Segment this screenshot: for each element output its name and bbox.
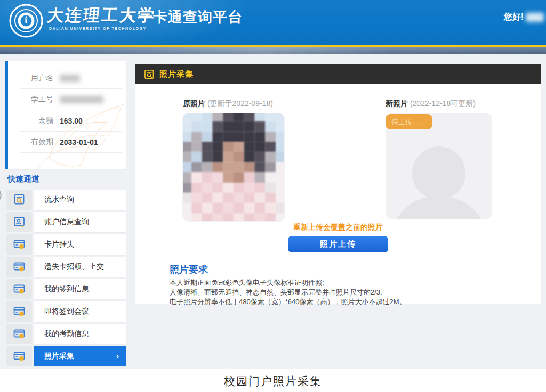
overwrite-warning-text: 重新上传会覆盖之前的照片 (183, 223, 493, 232)
panel-title: 照片采集 (159, 69, 194, 79)
greeting-text: 您好! (504, 12, 524, 23)
university-logo-icon: 1949 (9, 4, 43, 38)
photo-collection-panel-body: 原照片 (更新于2022-09-18) 新照片 (2022-12-18可更新) … (135, 84, 541, 304)
pending-upload-badge: 待上传...... (386, 114, 432, 129)
requirement-line: 本人近期正面免冠彩色头像电子头像标准证明件照; (170, 278, 324, 288)
icon-box (6, 279, 32, 299)
menu-label: 账户信息查询 (44, 217, 89, 227)
original-photo-note: (更新于2022-09-18) (207, 99, 273, 108)
bank-card-icon (13, 350, 26, 363)
user-name-blurred (526, 13, 544, 22)
original-photo-title: 原照片 (183, 99, 205, 108)
student-id-blurred-value (60, 96, 103, 103)
photo-upload-button[interactable]: 照片上传 (288, 236, 388, 252)
menu-label: 我的签到信息 (44, 284, 89, 294)
icon-box (6, 301, 32, 322)
sidebar-item-label-bar[interactable]: 卡片挂失 (34, 234, 126, 255)
new-photo-note: (2022-12-18可更新) (410, 99, 476, 108)
menu-label: 即将签到会议 (44, 307, 89, 316)
header-banner-strip (0, 47, 546, 54)
menu-label: 遗失卡招领、上交 (44, 262, 104, 272)
valid-until-value: 2033-01-01 (60, 138, 98, 146)
menu-label: 卡片挂失 (44, 240, 74, 249)
field-label: 余额 (20, 116, 53, 126)
sidebar-item-label-bar[interactable]: 我的考勤信息 (34, 324, 126, 344)
username-blurred-value (60, 75, 80, 82)
original-photo-label: 原照片 (更新于2022-09-18) (183, 99, 273, 109)
sidebar-item-label-bar[interactable]: 账户信息查询 (34, 212, 126, 232)
requirements-title: 照片要求 (170, 263, 208, 276)
sidebar-item-account-info[interactable]: ¥ 账户信息查询 (6, 212, 126, 232)
sidebar-item-attendance[interactable]: 我的考勤信息 (6, 324, 126, 344)
photo-search-icon (144, 69, 155, 80)
university-name-en: DALIAN UNIVERSITY OF TECHNOLOGY (49, 27, 147, 30)
sidebar-item-label-bar[interactable]: 遗失卡招领、上交 (34, 257, 126, 277)
bank-card-icon (13, 328, 26, 340)
user-field-row: 用户名 (20, 68, 122, 89)
icon-box (6, 324, 32, 344)
user-field-row: 余额 163.00 (20, 110, 122, 132)
sidebar-item-signin-info[interactable]: 我的签到信息 (6, 279, 126, 299)
icon-box (6, 234, 32, 255)
svg-text:¥: ¥ (21, 224, 24, 228)
field-label: 用户名 (20, 74, 53, 83)
doc-search-icon (13, 193, 26, 206)
sidebar-item-photo-collection[interactable]: 照片采集 › (6, 346, 126, 366)
svg-text:1949: 1949 (23, 25, 29, 28)
requirement-line: 人像清晰、面部无遮挡、神态自然、头部显示完整并占照片尺寸的2/3; (170, 288, 382, 297)
user-field-row: 有效期 2033-01-01 (20, 132, 122, 153)
sidebar-item-label-bar[interactable]: 即将签到会议 (34, 301, 126, 322)
menu-label: 我的考勤信息 (44, 329, 89, 339)
sidebar-item-transactions[interactable]: 流水查询 (6, 190, 126, 210)
account-card-icon: ¥ (13, 216, 26, 228)
original-photo-mosaic (183, 113, 284, 221)
bank-card-icon (13, 305, 26, 318)
menu-label: 照片采集 (44, 352, 74, 361)
balance-value: 163.00 (60, 117, 83, 125)
title-separator-dot: • (127, 9, 133, 26)
sidebar-item-label-bar-active[interactable]: 照片采集 › (34, 346, 126, 366)
page-background: 用户名 学工号 余额 163.00 有效期 2033-01-01 快速通道 ) (0, 54, 546, 369)
menu-label: 流水查询 (44, 195, 74, 205)
icon-box (6, 257, 32, 277)
icon-box (6, 190, 32, 210)
new-photo-title: 新照片 (386, 99, 408, 108)
bank-card-icon (13, 260, 26, 273)
new-photo-label: 新照片 (2022-12-18可更新) (386, 99, 476, 109)
sidebar-item-card-loss[interactable]: 卡片挂失 (6, 234, 126, 255)
icon-box: ¥ (6, 212, 32, 232)
sidebar-item-upcoming-meetings[interactable]: 即将签到会议 (6, 301, 126, 322)
user-info-panel: 用户名 学工号 余额 163.00 有效期 2033-01-01 (5, 61, 126, 169)
sidebar-item-label-bar[interactable]: 我的签到信息 (34, 279, 126, 299)
photo-collection-panel-header: 照片采集 (135, 64, 541, 84)
sidebar-collapse-handle[interactable]: ) (0, 189, 2, 201)
original-photo (183, 113, 284, 221)
sidebar-item-label-bar[interactable]: 流水查询 (34, 190, 126, 210)
user-field-row: 学工号 (20, 89, 122, 110)
field-label: 学工号 (20, 95, 53, 104)
bank-card-icon (13, 283, 26, 296)
sidebar-item-lost-card[interactable]: 遗失卡招领、上交 (6, 257, 126, 277)
platform-title: 一卡通查询平台 (138, 7, 243, 27)
app-header: 1949 大连理工大学 DALIAN UNIVERSITY OF TECHNOL… (0, 0, 546, 45)
panel-accent-bar (5, 61, 8, 169)
bank-card-icon (13, 238, 26, 251)
quick-access-title: 快速通道 (7, 174, 39, 184)
requirement-line: 电子照片分辨率不低于480像素（宽）*640像素（高），照片大小不超过2M。 (170, 297, 406, 307)
user-greeting: 您好! (504, 12, 544, 23)
field-label: 有效期 (20, 137, 53, 147)
chevron-right-icon: › (116, 352, 119, 361)
page-caption: 校园门户照片采集 (0, 369, 546, 392)
icon-box (6, 346, 32, 366)
